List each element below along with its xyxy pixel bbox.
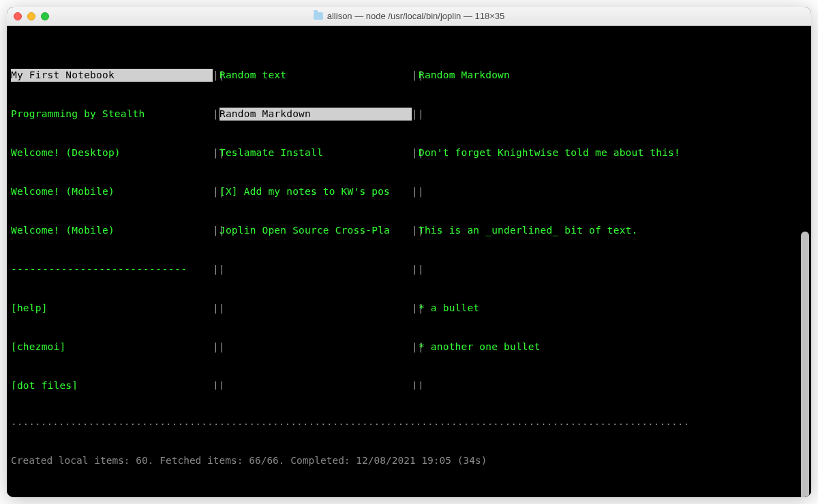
status-text: Created local items: 60. Fetched items: … [11, 454, 807, 467]
titlebar: allison — node /usr/local/bin/joplin — 1… [7, 7, 811, 26]
folder-icon [314, 12, 323, 20]
note-item[interactable]: Random text [219, 69, 412, 82]
note-item[interactable]: Joplin Open Source Cross-Pla [219, 224, 412, 237]
preview-line [419, 185, 808, 198]
status-bar: ........................................… [7, 390, 811, 497]
terminal-body[interactable]: My First Notebook|| Random text|| Random… [7, 26, 811, 390]
preview-line: * a bullet [419, 302, 808, 315]
note-item[interactable]: Teslamate Install [219, 146, 412, 159]
notebook-item[interactable]: Programming by Stealth [11, 108, 213, 121]
preview-line: Random Markdown [419, 69, 808, 82]
window-title: allison — node /usr/local/bin/joplin — 1… [7, 11, 811, 21]
notebook-item[interactable]: Welcome! (Mobile) [11, 224, 213, 237]
terminal-window: allison — node /usr/local/bin/joplin — 1… [7, 7, 811, 497]
zoom-icon[interactable] [41, 12, 49, 20]
scrollbar[interactable] [800, 27, 810, 494]
notebook-item[interactable]: My First Notebook [11, 69, 213, 82]
preview-line: * another one bullet [419, 341, 808, 353]
note-item[interactable]: [X] Add my notes to KW's pos [219, 185, 412, 198]
status-divider: ........................................… [11, 415, 807, 428]
notebook-item[interactable]: [chezmoi] [11, 341, 213, 353]
traffic-lights [14, 12, 49, 20]
notebook-item[interactable]: [help] [11, 302, 213, 315]
window-title-text: allison — node /usr/local/bin/joplin — 1… [327, 11, 505, 21]
preview-line [419, 379, 808, 390]
preview-line [419, 108, 808, 121]
scrollbar-thumb[interactable] [801, 232, 809, 497]
preview-line [419, 263, 808, 276]
notebook-divider: ---------------------------- [11, 263, 213, 276]
note-item[interactable]: Random Markdown [219, 108, 412, 121]
close-icon[interactable] [14, 12, 22, 20]
preview-line: This is an _underlined_ bit of text. [419, 224, 808, 237]
notebook-item[interactable]: Welcome! (Desktop) [11, 146, 213, 159]
notebook-item[interactable]: Welcome! (Mobile) [11, 185, 213, 198]
preview-line: Don't forget Knightwise told me about th… [419, 146, 808, 159]
notebook-item[interactable]: [dot files] [11, 379, 213, 390]
minimize-icon[interactable] [27, 12, 35, 20]
